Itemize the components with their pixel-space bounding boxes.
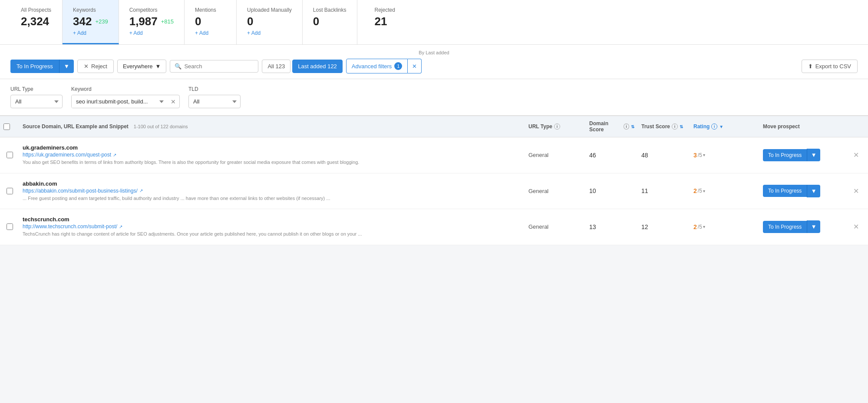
chevron-down-icon: ▼ bbox=[811, 188, 816, 194]
stat-delta-keywords: +239 bbox=[95, 18, 108, 25]
row-3-url-type: General bbox=[525, 223, 586, 230]
rating-chevron-icon[interactable]: ▾ bbox=[703, 224, 705, 229]
url-type-select[interactable]: All bbox=[10, 95, 63, 108]
stat-card-mentions[interactable]: Mentions 0 + Add bbox=[185, 0, 237, 44]
keyword-select[interactable]: seo inurl:submit-post, build... bbox=[72, 95, 167, 108]
stat-delta-competitors: +815 bbox=[161, 18, 174, 25]
row-2-checkbox[interactable] bbox=[7, 188, 13, 194]
stat-card-rejected[interactable]: Rejected 21 bbox=[364, 0, 442, 44]
th-source-domain: Source Domain, URL Example and Snippet 1… bbox=[19, 123, 525, 130]
row-2-trust-score: 11 bbox=[638, 187, 690, 194]
row-2-checkbox-cell bbox=[0, 188, 19, 194]
chevron-down-icon: ▼ bbox=[155, 63, 161, 70]
row-1-url-link[interactable]: https://uk.grademiners.com/quest-post bbox=[23, 152, 111, 158]
row-1-domain-cell: uk.grademiners.com https://uk.grademiner… bbox=[19, 144, 525, 166]
stat-add-competitors[interactable]: + Add bbox=[129, 30, 174, 36]
table-row: techscrunch.com http://www.techscrunch.c… bbox=[0, 209, 868, 245]
stat-card-lost-backlinks[interactable]: Lost Backlinks 0 bbox=[303, 0, 357, 44]
row-1-close-button[interactable]: ✕ bbox=[850, 151, 862, 159]
stat-card-uploaded-manually[interactable]: Uploaded Manually 0 + Add bbox=[237, 0, 303, 44]
row-1-snippet: You also get SEO benefits in terms of li… bbox=[23, 159, 521, 166]
tld-select[interactable]: All bbox=[188, 95, 241, 108]
th-rating[interactable]: Rating i ▼ bbox=[690, 123, 759, 130]
stat-label-keywords: Keywords bbox=[73, 7, 108, 13]
row-1-checkbox-cell bbox=[0, 152, 19, 158]
select-all-checkbox[interactable] bbox=[3, 123, 10, 130]
row-2-url-link[interactable]: https://abbakin.com/submit-post-business… bbox=[23, 188, 138, 194]
row-1-domain-score: 46 bbox=[586, 152, 638, 159]
rating-chevron-icon[interactable]: ▾ bbox=[703, 189, 705, 193]
move-to-in-progress-dropdown-button[interactable]: ▼ bbox=[59, 60, 74, 73]
stat-label-uploaded-manually: Uploaded Manually bbox=[247, 7, 292, 13]
move-to-in-progress-button[interactable]: To In Progress bbox=[10, 60, 59, 73]
stat-label-lost-backlinks: Lost Backlinks bbox=[313, 7, 347, 13]
move-btn-group: To In Progress ▼ bbox=[10, 60, 74, 73]
advanced-filters-button[interactable]: Advanced filters 1 bbox=[346, 59, 408, 73]
row-3-trust-score: 12 bbox=[638, 223, 690, 230]
tld-filter-group: TLD All bbox=[188, 86, 241, 108]
keyword-filter-wrapper: seo inurl:submit-post, build... ✕ bbox=[71, 95, 180, 108]
stat-card-keywords[interactable]: Keywords 342 +239 + Add bbox=[63, 0, 119, 44]
upload-icon: ⬆ bbox=[808, 63, 813, 70]
stat-label-mentions: Mentions bbox=[195, 7, 226, 13]
filter-bar-wrapper: By Last added To In Progress ▼ ✕ Reject … bbox=[0, 45, 868, 79]
row-3-move-button[interactable]: To In Progress bbox=[763, 221, 807, 233]
url-type-info-icon[interactable]: i bbox=[554, 123, 560, 130]
close-icon: ✕ bbox=[412, 63, 417, 70]
location-dropdown[interactable]: Everywhere ▼ bbox=[117, 60, 167, 73]
stat-value-rejected: 21 bbox=[375, 15, 387, 28]
row-2-snippet: ... Free guest posting and earn targeted… bbox=[23, 195, 521, 202]
row-3-close-cell: ✕ bbox=[846, 223, 868, 231]
stat-value-competitors: 1,987 bbox=[129, 15, 158, 28]
advanced-filters-close-button[interactable]: ✕ bbox=[408, 59, 422, 73]
domain-score-sort-icon: ⇅ bbox=[631, 124, 634, 129]
rating-sort-icon: ▼ bbox=[719, 124, 723, 129]
url-type-label: URL Type bbox=[10, 86, 63, 92]
row-2-close-button[interactable]: ✕ bbox=[850, 187, 862, 195]
row-3-domain-score: 13 bbox=[586, 223, 638, 230]
rating-chevron-icon[interactable]: ▾ bbox=[703, 153, 705, 157]
row-1-url-type: General bbox=[525, 152, 586, 158]
row-2-domain-score: 10 bbox=[586, 187, 638, 194]
row-1-move-cell: To In Progress ▼ bbox=[759, 149, 846, 161]
external-link-icon: ↗ bbox=[119, 224, 122, 229]
row-3-close-button[interactable]: ✕ bbox=[850, 223, 862, 231]
row-3-move-dropdown-button[interactable]: ▼ bbox=[807, 220, 820, 233]
row-2-move-dropdown-button[interactable]: ▼ bbox=[807, 185, 820, 197]
row-1-checkbox[interactable] bbox=[7, 152, 13, 158]
filter-bar: To In Progress ▼ ✕ Reject Everywhere ▼ 🔍… bbox=[10, 59, 858, 73]
tab-last-added[interactable]: Last added 122 bbox=[292, 60, 343, 73]
reject-button[interactable]: ✕ Reject bbox=[77, 60, 114, 73]
th-trust-score[interactable]: Trust Score i ⇅ bbox=[638, 123, 690, 130]
row-2-domain-cell: abbakin.com https://abbakin.com/submit-p… bbox=[19, 180, 525, 202]
row-3-checkbox[interactable] bbox=[7, 223, 13, 230]
row-3-rating: 2 /5 ▾ bbox=[693, 223, 756, 230]
tab-all[interactable]: All 123 bbox=[262, 60, 290, 73]
keyword-clear-button[interactable]: ✕ bbox=[167, 98, 179, 105]
th-url-type[interactable]: URL Type i bbox=[525, 123, 586, 130]
row-1-move-btn-group: To In Progress ▼ bbox=[763, 149, 843, 161]
th-domain-score[interactable]: Domain Score i ⇅ bbox=[586, 120, 638, 133]
trust-score-info-icon[interactable]: i bbox=[672, 123, 678, 130]
row-2-close-cell: ✕ bbox=[846, 187, 868, 195]
chevron-down-icon: ▼ bbox=[811, 152, 816, 158]
row-3-move-cell: To In Progress ▼ bbox=[759, 220, 846, 233]
row-3-checkbox-cell bbox=[0, 223, 19, 230]
row-1-move-button[interactable]: To In Progress bbox=[763, 149, 807, 161]
search-box: 🔍 bbox=[170, 60, 258, 73]
row-1-domain-url: https://uk.grademiners.com/quest-post ↗ bbox=[23, 152, 521, 158]
row-2-move-button[interactable]: To In Progress bbox=[763, 185, 807, 197]
search-input[interactable] bbox=[184, 63, 254, 70]
domain-score-info-icon[interactable]: i bbox=[624, 123, 629, 130]
stat-add-keywords[interactable]: + Add bbox=[73, 30, 108, 36]
stat-card-competitors[interactable]: Competitors 1,987 +815 + Add bbox=[119, 0, 185, 44]
export-csv-button[interactable]: ⬆ Export to CSV bbox=[802, 60, 858, 73]
row-1-move-dropdown-button[interactable]: ▼ bbox=[807, 149, 820, 161]
stat-add-mentions[interactable]: + Add bbox=[195, 30, 226, 36]
stat-add-uploaded-manually[interactable]: + Add bbox=[247, 30, 292, 36]
rating-info-icon[interactable]: i bbox=[711, 123, 717, 130]
search-icon: 🔍 bbox=[175, 63, 182, 70]
row-3-url-link[interactable]: http://www.techscrunch.com/submit-post/ bbox=[23, 223, 117, 230]
stat-card-all-prospects[interactable]: All Prospects 2,324 bbox=[10, 0, 63, 44]
trust-score-sort-icon: ⇅ bbox=[680, 124, 683, 129]
